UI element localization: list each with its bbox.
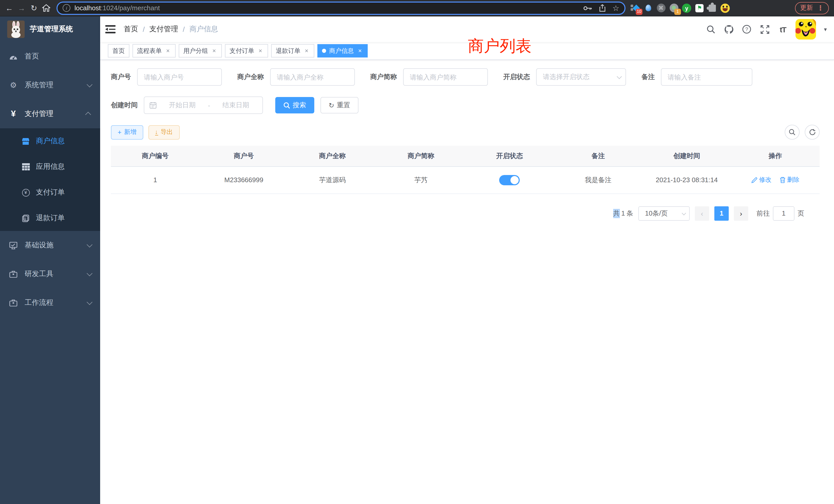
- tab-user-group[interactable]: 用户分组×: [179, 44, 222, 58]
- date-range-separator: -: [208, 101, 210, 109]
- fullscreen-icon[interactable]: [760, 24, 770, 35]
- extension-emoji-icon[interactable]: [721, 3, 730, 13]
- pay-order-icon: ¥: [22, 189, 30, 196]
- total-count: 1: [621, 209, 625, 217]
- tab-label: 退款订单: [276, 46, 301, 55]
- breadcrumb-pay[interactable]: 支付管理: [150, 25, 178, 34]
- cell-merchant-id: 1: [111, 166, 199, 193]
- sidebar-item-home[interactable]: 首页: [0, 42, 100, 71]
- sidebar-item-app-info[interactable]: 应用信息: [0, 154, 100, 180]
- reset-button-label: 重置: [337, 100, 350, 110]
- browser-home-icon[interactable]: [40, 2, 52, 14]
- help-question-icon[interactable]: ?: [742, 24, 752, 35]
- browser-forward-icon[interactable]: →: [16, 2, 28, 14]
- sidebar-submenu-pay: 商户信息 应用信息 ¥ 支付订单 退款订单: [0, 128, 100, 231]
- sidebar-item-pay-order[interactable]: ¥ 支付订单: [0, 180, 100, 205]
- navbar: 首页 / 支付管理 / 商户信息 ?: [100, 17, 834, 42]
- breadcrumb: 首页 / 支付管理 / 商户信息: [124, 25, 218, 34]
- password-key-icon[interactable]: [583, 5, 592, 10]
- sidebar-item-devtools[interactable]: 研发工具: [0, 260, 100, 289]
- avatar-caret-icon[interactable]: ▾: [824, 26, 827, 32]
- close-icon[interactable]: ×: [211, 47, 217, 54]
- create-time-range-picker[interactable]: 开始日期 - 结束日期: [144, 96, 263, 114]
- sidebar-logo[interactable]: 芋道管理系统: [0, 17, 100, 42]
- tab-process-form[interactable]: 流程表单×: [132, 44, 176, 58]
- short-name-input[interactable]: [403, 68, 488, 86]
- sidebar-item-infrastructure[interactable]: 基础设施: [0, 231, 100, 260]
- tab-label: 用户分组: [183, 46, 208, 55]
- goto-page-input[interactable]: [773, 206, 794, 221]
- refresh-table-button[interactable]: [805, 125, 820, 140]
- browser-menu-dots-icon[interactable]: ⋮: [817, 4, 824, 12]
- remark-input[interactable]: [661, 68, 752, 86]
- chevron-down-icon: [87, 299, 93, 305]
- tab-refund-order[interactable]: 退款订单×: [271, 44, 314, 58]
- search-button[interactable]: 搜索: [275, 97, 314, 113]
- browser-toolbar: ← → ↻ i localhost:1024/pay/merchant ☆ 10: [0, 0, 834, 17]
- close-icon[interactable]: ×: [304, 47, 310, 54]
- sidebar-item-label: 系统管理: [25, 81, 53, 90]
- sidebar: 芋道管理系统 首页 ⚙ 系统管理 ¥ 支付管理: [0, 17, 100, 504]
- extension-puzzle-icon[interactable]: [708, 3, 717, 13]
- status-toggle[interactable]: [500, 175, 520, 185]
- merchant-no-input[interactable]: [137, 68, 222, 86]
- share-icon[interactable]: [599, 4, 605, 12]
- status-select-placeholder: 请选择开启状态: [543, 72, 590, 82]
- header-search-icon[interactable]: [706, 24, 716, 35]
- extension-flag-icon[interactable]: ⚑: [695, 3, 704, 13]
- extension-command-icon[interactable]: ⌘: [656, 3, 665, 13]
- extension-badge: 1: [674, 8, 681, 15]
- chevron-down-icon: [617, 74, 622, 79]
- export-button-label: 导出: [160, 128, 173, 137]
- breadcrumb-home[interactable]: 首页: [124, 25, 138, 34]
- edit-link[interactable]: 修改: [751, 176, 771, 184]
- full-name-input[interactable]: [270, 68, 355, 86]
- status-select[interactable]: 请选择开启状态: [536, 68, 626, 86]
- close-icon[interactable]: ×: [357, 47, 363, 54]
- chevron-down-icon: [87, 242, 93, 248]
- site-info-icon[interactable]: i: [63, 4, 70, 12]
- show-search-toggle-button[interactable]: [785, 125, 799, 140]
- sidebar-item-merchant-info[interactable]: 商户信息: [0, 128, 100, 154]
- browser-update-button[interactable]: 更新 ⋮: [795, 2, 829, 14]
- extension-recorder-icon[interactable]: 1: [669, 3, 678, 13]
- browser-extensions: 10 ⌘ 1 y ⚑: [631, 3, 730, 13]
- add-button[interactable]: + 新增: [111, 125, 143, 139]
- url-bar[interactable]: i localhost:1024/pay/merchant ☆: [57, 1, 626, 15]
- reset-button[interactable]: ↻ 重置: [321, 97, 358, 113]
- prev-page-button[interactable]: ‹: [695, 206, 709, 221]
- github-icon[interactable]: [724, 24, 734, 35]
- sidebar-item-label: 工作流程: [25, 298, 53, 307]
- sidebar-item-label: 退款订单: [36, 213, 65, 223]
- export-button[interactable]: ↓ 导出: [148, 125, 179, 139]
- dashboard-icon: [9, 53, 18, 60]
- delete-link[interactable]: 删除: [779, 175, 799, 184]
- tab-merchant-info[interactable]: 商户信息×: [317, 44, 368, 58]
- close-icon[interactable]: ×: [257, 47, 263, 54]
- sidebar-item-system[interactable]: ⚙ 系统管理: [0, 71, 100, 99]
- close-icon[interactable]: ×: [165, 47, 171, 54]
- browser-back-icon[interactable]: ←: [3, 2, 16, 14]
- sidebar-item-label: 基础设施: [25, 241, 53, 250]
- user-avatar[interactable]: [796, 19, 816, 40]
- start-date-placeholder: 开始日期: [161, 100, 204, 110]
- extension-balloon-icon[interactable]: [643, 3, 653, 13]
- col-actions: 操作: [731, 146, 820, 166]
- tab-pay-order[interactable]: 支付订单×: [225, 44, 268, 58]
- page-number-button[interactable]: 1: [714, 206, 729, 221]
- sidebar-item-pay[interactable]: ¥ 支付管理: [0, 99, 100, 128]
- browser-reload-icon[interactable]: ↻: [28, 2, 40, 14]
- extension-y-icon[interactable]: y: [682, 3, 691, 13]
- shop-icon: [22, 137, 30, 145]
- font-size-icon[interactable]: tT: [778, 24, 788, 35]
- bookmark-star-icon[interactable]: ☆: [612, 3, 619, 13]
- sidebar-item-refund-order[interactable]: 退款订单: [0, 205, 100, 231]
- page-size-select[interactable]: 10条/页: [638, 206, 690, 221]
- sidebar-item-workflow[interactable]: 工作流程: [0, 289, 100, 317]
- next-page-button[interactable]: ›: [734, 206, 748, 221]
- sidebar-collapse-icon[interactable]: [105, 25, 115, 33]
- extension-diamond-icon[interactable]: 10: [631, 3, 640, 13]
- screen: ← → ↻ i localhost:1024/pay/merchant ☆ 10: [0, 0, 834, 504]
- tab-home[interactable]: 首页: [108, 44, 129, 58]
- annotation-title: 商户列表: [468, 36, 531, 57]
